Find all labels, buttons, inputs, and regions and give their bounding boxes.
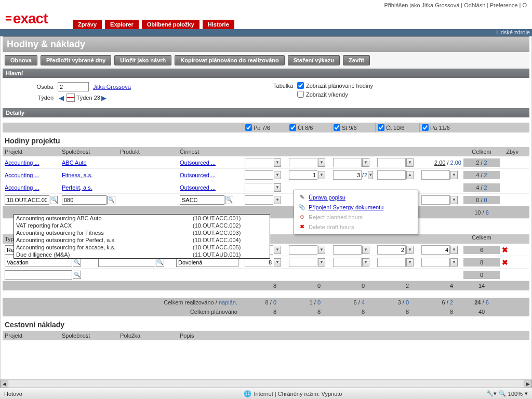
hours-input[interactable] [377, 258, 406, 267]
hours-input[interactable] [421, 245, 450, 255]
hours-input[interactable] [245, 195, 273, 205]
lookup-icon[interactable]: 🔍 [50, 196, 58, 204]
dropdown-icon[interactable]: ▼ [318, 258, 325, 267]
hours-input[interactable] [245, 170, 273, 180]
hours-input[interactable] [333, 245, 362, 255]
autocomplete-item[interactable]: VAT reporting for ACX(10.OUT.ACC.002) [14, 222, 270, 229]
hours-value[interactable]: 2.00 [434, 159, 445, 166]
lookup-icon[interactable]: 🔍 [73, 271, 81, 279]
company-link[interactable]: Perfekt, a.s. [62, 184, 92, 191]
logout-link[interactable]: Odhlásit [464, 2, 485, 8]
dropdown-icon[interactable]: ▼ [450, 258, 458, 267]
lookup-icon[interactable]: 🔍 [107, 196, 115, 204]
hours-input[interactable] [377, 245, 406, 255]
close-button[interactable]: Zavřít [343, 55, 370, 65]
project-code-input[interactable] [5, 195, 49, 205]
tab-explorer[interactable]: Explorer [105, 20, 139, 29]
dropdown-icon[interactable]: ▲ [406, 171, 414, 179]
autocomplete-dropdown[interactable]: Accounting outsourcing ABC Auto(10.OUT.A… [14, 214, 270, 259]
activity-code-input[interactable] [180, 195, 224, 205]
submit-days-button[interactable]: Předložit vybrané dny [41, 55, 111, 65]
day-ct-checkbox[interactable] [378, 124, 384, 131]
dropdown-icon[interactable]: ▼ [274, 158, 281, 167]
company-link[interactable]: Fitness, a.s. [62, 172, 92, 178]
project-link[interactable]: Accounting ... [5, 159, 39, 166]
dropdown-icon[interactable]: ▼ [318, 246, 325, 254]
download-button[interactable]: Stažení výkazu [288, 55, 340, 65]
horizontal-scrollbar[interactable]: ◀ ▶ [0, 379, 532, 388]
hours-input[interactable] [289, 258, 317, 267]
type-input[interactable] [5, 270, 72, 280]
dropdown-icon[interactable]: ▼ [318, 171, 325, 179]
dropdown-icon[interactable]: ▼ [274, 246, 281, 254]
dropdown-icon[interactable]: ▼ [362, 158, 369, 167]
show-planned-checkbox[interactable] [297, 82, 304, 89]
activity-link[interactable]: Outsourced ... [180, 172, 216, 178]
hours-input[interactable] [245, 258, 273, 267]
lookup-icon[interactable]: 🔍 [156, 258, 164, 267]
hours-input[interactable] [421, 170, 450, 180]
hours-input[interactable] [333, 258, 362, 267]
hours-input[interactable] [377, 170, 406, 180]
person-link[interactable]: Jitka Grossová [93, 84, 131, 90]
scroll-left-icon[interactable]: ◀ [0, 380, 8, 388]
dropdown-icon[interactable]: ▼ [406, 246, 414, 254]
zoom-menu-icon[interactable]: ▾ [525, 390, 528, 397]
item-input[interactable] [98, 258, 155, 267]
hours-input[interactable] [289, 158, 317, 167]
refresh-button[interactable]: Obnova [5, 55, 37, 65]
company-link[interactable]: ABC Auto [62, 159, 87, 166]
project-link[interactable]: Accounting ... [5, 172, 39, 178]
dropdown-icon[interactable]: ▼ [450, 196, 458, 204]
hours-input[interactable] [245, 158, 273, 167]
company-code-input[interactable] [62, 195, 107, 205]
hours-input[interactable] [333, 170, 362, 180]
cm-attach-doc[interactable]: 📎Připojení Synergy dokumentu [294, 202, 418, 212]
dropdown-icon[interactable]: ▼ [450, 171, 458, 179]
person-input[interactable] [58, 82, 89, 91]
type-input[interactable] [5, 258, 72, 267]
tab-zpravy[interactable]: Zprávy [73, 20, 102, 29]
lookup-icon[interactable]: 🔍 [225, 196, 233, 204]
hours-input[interactable] [377, 158, 406, 167]
save-draft-button[interactable]: Uložit jako návrh [114, 55, 171, 65]
autocomplete-item[interactable]: Accounting outsourcing for Perfect, a.s.… [14, 236, 270, 244]
dropdown-icon[interactable]: ▼ [406, 258, 414, 267]
dropdown-icon[interactable]: ▼ [362, 246, 369, 254]
show-weekends-checkbox[interactable] [297, 91, 304, 98]
hours-input[interactable] [333, 158, 362, 167]
dropdown-icon[interactable]: ▼ [368, 171, 373, 179]
tab-oblibene[interactable]: Oblíbené položky [142, 20, 200, 29]
cm-edit-desc[interactable]: ✎Úprava popisu [294, 192, 418, 202]
calendar-icon[interactable] [66, 94, 75, 102]
autocomplete-item[interactable]: Accounting outsourcing for accace, k.s.(… [14, 244, 270, 251]
dropdown-icon[interactable]: ▼ [274, 171, 281, 179]
week-prev-icon[interactable]: ◀ [58, 94, 65, 102]
day-pa-checkbox[interactable] [422, 124, 429, 131]
lookup-icon[interactable]: 🔍 [73, 258, 81, 267]
dropdown-icon[interactable]: ▼ [274, 183, 281, 192]
activity-link[interactable]: Outsourced ... [180, 159, 216, 166]
hours-input[interactable] [421, 195, 450, 205]
delete-row-icon[interactable]: ✖ [500, 257, 510, 268]
hours-input[interactable] [289, 170, 317, 180]
delete-row-icon[interactable]: ✖ [500, 245, 510, 255]
dropdown-icon[interactable]: ▼ [318, 158, 325, 167]
autocomplete-item[interactable]: Accounting outsourcing ABC Auto(10.OUT.A… [14, 215, 270, 222]
zoom-out-icon[interactable]: 🔍 [499, 390, 506, 397]
preferences-link[interactable]: Preference [490, 2, 518, 8]
desc-input[interactable] [176, 258, 238, 267]
copy-planned-button[interactable]: Kopírovat plánováno do realizováno [175, 55, 284, 65]
activity-link[interactable]: Outsourced ... [180, 184, 216, 191]
day-ut-checkbox[interactable] [289, 124, 296, 131]
hours-input[interactable] [245, 183, 273, 192]
dropdown-icon[interactable]: ▼ [274, 258, 281, 267]
autocomplete-item[interactable]: Due dilligence (M&A)(11.OUT.AUD.001) [14, 251, 270, 258]
week-next-icon[interactable]: ▶ [100, 94, 108, 102]
scroll-right-icon[interactable]: ▶ [524, 380, 532, 388]
tab-historie[interactable]: Historie [203, 20, 234, 29]
about-link[interactable]: O [522, 2, 527, 8]
dropdown-icon[interactable]: ▼ [274, 196, 281, 204]
zoom-tools-icon[interactable]: 🔧▾ [486, 390, 497, 397]
project-link[interactable]: Accounting ... [5, 184, 39, 191]
